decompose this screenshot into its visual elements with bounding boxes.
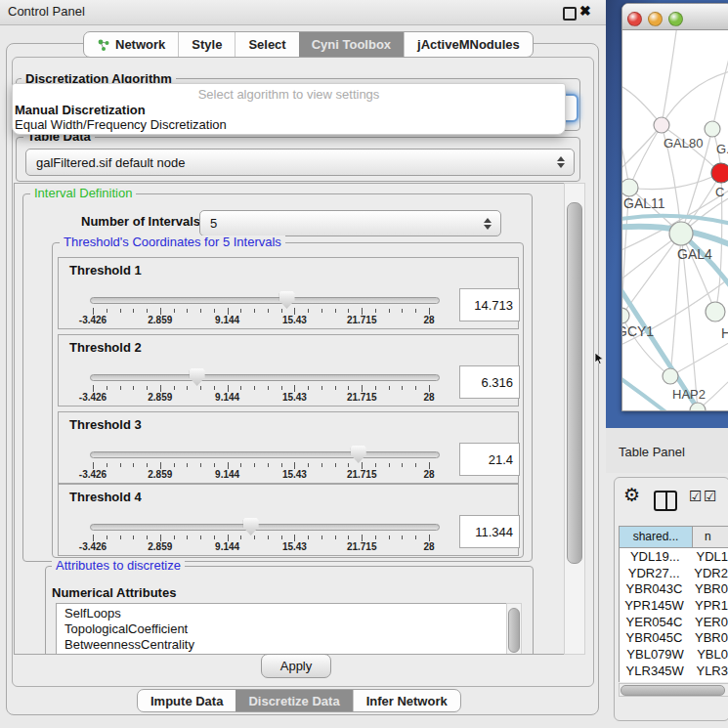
tab-network[interactable]: Network [84,32,178,57]
table-cell-shared-name: YER054C [620,615,689,629]
network-node-label: H [721,325,728,341]
tick-mark [415,535,416,539]
attribute-list-item[interactable]: SelfLoops [57,606,507,621]
slider-thumb[interactable] [190,368,205,386]
algorithm-hint-item[interactable]: Select algorithm to view settings [13,87,565,102]
table-row[interactable]: YPR145WYPR1 [620,597,728,614]
tick-mark [415,386,416,390]
table-row[interactable]: YLR345WYLR3 [620,663,728,679]
attributes-scrollbar-thumb[interactable] [508,608,520,653]
combo-stepper-icon [557,156,565,168]
settings-scrollbar-thumb[interactable] [567,202,582,564]
threshold-value-field[interactable]: 21.4 [459,443,520,476]
network-node-G[interactable] [705,121,720,137]
tick-mark [389,463,390,467]
tick-mark [294,535,295,541]
threshold-value-field[interactable]: 6.316 [459,365,520,399]
table-cell-name: YER0 [689,615,728,629]
tick-label: -3.426 [65,469,120,480]
tab-label: Infer Network [366,694,448,708]
slider-track[interactable] [90,451,440,458]
table-row[interactable]: YDL19...YDL1 [620,548,728,565]
threshold-panel: Threshold 2-3.4262.8599.14415.4321.71528… [58,334,519,407]
network-node-GAL80[interactable] [654,117,669,133]
close-panel-button[interactable]: ✖ [579,3,591,19]
attributes-list-scrollbar[interactable] [506,603,522,655]
tick-mark [214,309,215,313]
tab-cyni-toolbox[interactable]: Cyni Toolbox [299,32,404,57]
checkbox-icon[interactable]: ☑ [689,488,702,505]
threshold-value-field[interactable]: 11.344 [459,515,520,548]
tick-mark [200,309,201,313]
slider-track[interactable] [90,297,440,304]
network-node-GCY1[interactable] [622,308,629,323]
table-row[interactable]: YBL079WYBL0 [620,646,728,663]
settings-scrollbar[interactable] [564,183,585,655]
control-panel-titlebar [0,0,606,25]
column-header-name[interactable]: n [693,527,728,547]
network-node-C[interactable] [711,163,728,183]
network-node-GAL4[interactable] [669,222,693,245]
table-row[interactable]: YBR043CYBR0 [620,580,728,597]
table-horizontal-scrollbar[interactable] [619,683,728,697]
network-node-GAL11[interactable] [622,179,638,196]
tick-mark [240,463,241,467]
tab-jactivemnodules[interactable]: jActiveMNodules [404,32,533,57]
float-window-button[interactable] [563,7,577,21]
tick-label: 28 [402,392,456,403]
tick-mark [348,386,349,390]
tick-mark [375,463,376,467]
number-of-intervals-combobox[interactable]: 5 [199,210,501,236]
table-row[interactable]: YER054CYER0 [620,614,728,630]
network-node-H[interactable] [706,302,725,321]
table-cell-name: YLR3 [690,664,728,678]
table-scrollbar-thumb[interactable] [621,685,725,696]
tick-mark [120,463,121,467]
attribute-list-item[interactable]: BetweennessCentrality [57,637,507,653]
traffic-light-minimize[interactable] [648,12,663,26]
column-header-shared[interactable]: shared... [620,527,693,547]
tick-mark [362,385,363,392]
tick-mark [375,309,376,313]
tick-mark [107,309,107,313]
network-canvas[interactable]: GAL80G.CGAL11GAL4GCY1HHAP2 [622,30,728,410]
tick-mark [160,535,161,541]
algorithm-option[interactable]: Manual Discretization [15,103,146,117]
tab-style[interactable]: Style [178,32,235,57]
tick-mark [160,308,161,315]
tick-mark [93,535,94,541]
checkbox-icon[interactable]: ☑ [704,488,716,505]
attribute-list-item[interactable]: TopologicalCoefficient [57,621,507,637]
table-row[interactable]: YBR045CYBR0 [620,629,728,646]
apply-button[interactable]: Apply [261,654,331,678]
slider-track[interactable] [90,374,440,381]
table-data-combobox[interactable]: galFiltered.sif default node [25,149,575,176]
slider-track[interactable] [90,524,440,531]
network-node-HAP2[interactable] [663,368,678,384]
traffic-light-close[interactable] [627,12,642,26]
tab-select[interactable]: Select [235,32,298,57]
tab-label: jActiveMNodules [417,37,520,52]
tick-mark [281,463,282,467]
tab-impute-data[interactable]: Impute Data [138,690,236,711]
network-node-label: C [715,185,724,199]
tick-mark [389,386,390,390]
network-edge [670,341,728,376]
slider-thumb[interactable] [279,291,295,309]
tick-mark [402,463,403,467]
tick-mark [321,463,322,467]
table-row[interactable]: YIL052CYIL0 [620,679,728,683]
algorithm-option[interactable]: Equal Width/Frequency Discretization [15,117,227,132]
tick-mark [228,462,229,469]
traffic-light-zoom[interactable] [668,12,683,26]
tick-mark [133,535,134,539]
table-row[interactable]: YDR27...YDR2 [620,565,728,581]
network-edge [662,30,677,125]
column-selector-icon[interactable] [654,491,677,511]
tab-discretize-data[interactable]: Discretize Data [236,690,352,711]
slider-thumb[interactable] [243,518,259,535]
slider-thumb[interactable] [351,446,366,463]
threshold-value-field[interactable]: 14.713 [459,288,520,321]
gear-icon[interactable]: ⚙ [623,484,640,506]
tab-infer-network[interactable]: Infer Network [353,690,460,711]
